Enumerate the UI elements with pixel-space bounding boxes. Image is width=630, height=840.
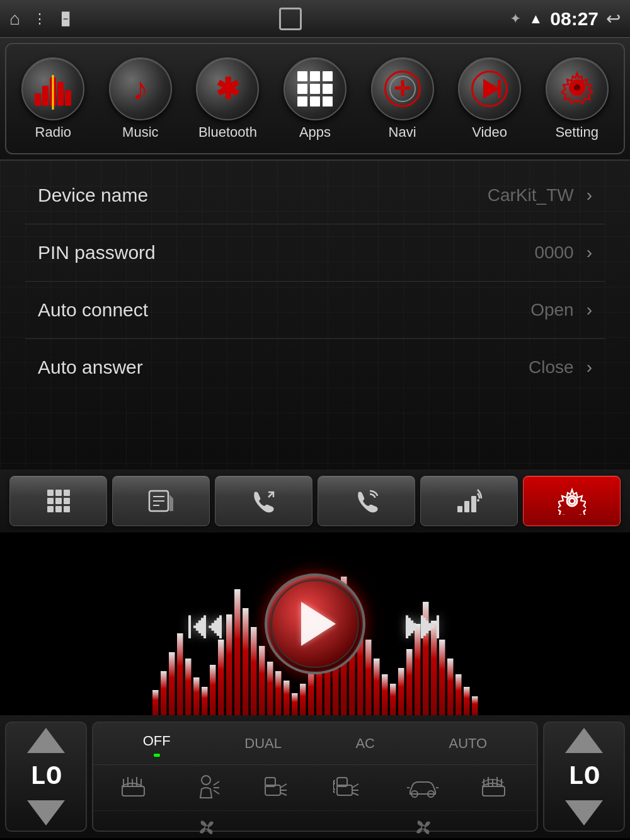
auto-connect-value: Open (530, 300, 574, 320)
auto-connect-label: Auto connect (38, 299, 148, 321)
bluetooth-status-icon: ✦ (510, 11, 521, 27)
nav-label-navi: Navi (389, 124, 416, 141)
svg-rect-10 (55, 506, 62, 512)
sidebar-item-navi[interactable]: ✛ Navi (371, 57, 434, 141)
nav-label-music: Music (122, 124, 158, 141)
svg-line-41 (352, 784, 358, 788)
auto-answer-arrow: › (587, 357, 592, 377)
climate-mode-row: OFF DUAL AC AUTO (93, 723, 537, 765)
pin-password-value: 0000 (534, 243, 573, 263)
contacts-button[interactable] (112, 476, 210, 526)
call-log-button[interactable] (215, 476, 312, 526)
device-name-label: Device name (38, 185, 148, 206)
off-mode-button[interactable]: OFF (138, 730, 176, 757)
climate-control: LO OFF DUAL AC AUTO (0, 715, 630, 838)
svg-point-23 (570, 499, 574, 503)
bluetooth-settings-panel: Device name CarKit_TW › PIN password 000… (0, 161, 630, 469)
climate-center-panel: OFF DUAL AC AUTO (92, 722, 538, 832)
device-name-arrow: › (587, 185, 592, 205)
auto-answer-row[interactable]: Auto answer Close › (25, 339, 605, 396)
music-player: ⏮ ⏭ (0, 532, 630, 715)
right-temp-control: LO (543, 722, 625, 832)
sidebar-item-apps[interactable]: Apps (284, 57, 346, 141)
settings-gear-icon (558, 68, 597, 110)
bluetooth-icon: ✱ (215, 72, 240, 106)
right-temp-down-button[interactable] (559, 800, 609, 826)
climate-icon-row (93, 765, 537, 810)
nav-label-radio: Radio (35, 124, 71, 141)
music-icon: ♪ (132, 71, 148, 107)
defrost-front-button[interactable] (120, 774, 149, 802)
signal-button[interactable] (420, 476, 518, 526)
svg-line-36 (280, 784, 287, 788)
ac-mode-button[interactable]: AC (350, 733, 380, 754)
action-button-row (0, 469, 630, 532)
bt-settings-button[interactable] (523, 476, 621, 526)
nav-label-setting: Setting (555, 124, 598, 141)
auto-answer-label: Auto answer (38, 357, 143, 378)
window-icon[interactable] (279, 8, 302, 30)
auto-connect-arrow: › (587, 300, 592, 320)
climate-fan-row (93, 810, 537, 840)
nav-bar: Radio ♪ Music ✱ Bluetooth Apps ✛ (0, 38, 630, 161)
back-button[interactable]: ↩ (606, 8, 621, 29)
svg-rect-11 (64, 506, 70, 512)
settings-list: Device name CarKit_TW › PIN password 000… (0, 161, 630, 402)
wifi-status-icon: ▲ (529, 11, 542, 27)
pin-password-label: PIN password (38, 242, 156, 263)
svg-rect-5 (64, 490, 70, 496)
sidebar-item-setting[interactable]: Setting (546, 57, 609, 141)
svg-line-31 (214, 781, 219, 785)
svg-rect-7 (55, 498, 62, 504)
device-name-value: CarKit_TW (488, 185, 574, 205)
video-icon (471, 71, 508, 107)
nav-label-video: Video (472, 124, 507, 141)
prev-button[interactable]: ⏮ (186, 601, 227, 648)
svg-rect-19 (471, 496, 476, 512)
svg-rect-3 (47, 490, 54, 496)
play-button[interactable] (265, 573, 365, 674)
next-button[interactable]: ⏭ (403, 601, 444, 648)
left-temp-control: LO (5, 722, 87, 832)
left-temp-display: LO (30, 762, 62, 792)
svg-rect-24 (122, 786, 144, 796)
auto-connect-row[interactable]: Auto connect Open › (25, 282, 605, 339)
seat-heat-right-button[interactable] (333, 774, 365, 802)
svg-rect-6 (47, 498, 54, 504)
time-display: 08:27 (550, 8, 598, 30)
seat-heat-left-button[interactable] (263, 774, 292, 802)
phone-button[interactable] (318, 476, 415, 526)
sidebar-item-music[interactable]: ♪ Music (109, 57, 172, 141)
right-temp-display: LO (568, 762, 600, 792)
dual-mode-button[interactable]: DUAL (239, 733, 287, 754)
fan-left-icon (195, 816, 218, 840)
navi-icon: ✛ (384, 71, 421, 107)
home-icon[interactable]: ⌂ (9, 9, 20, 29)
sidebar-item-radio[interactable]: Radio (21, 57, 84, 141)
status-bar: ⌂ ⋮ 🁢 ✦ ▲ 08:27 ↩ (0, 0, 630, 38)
svg-line-43 (352, 793, 358, 795)
svg-line-38 (280, 793, 287, 795)
left-temp-up-button[interactable] (21, 728, 71, 753)
menu-dots[interactable]: ⋮ (33, 11, 48, 27)
car-ac-button[interactable] (407, 774, 438, 802)
device-name-row[interactable]: Device name CarKit_TW › (25, 167, 605, 224)
svg-rect-8 (64, 498, 70, 504)
auto-mode-button[interactable]: AUTO (444, 733, 493, 754)
nav-label-apps: Apps (299, 124, 331, 141)
svg-point-2 (574, 84, 580, 91)
right-temp-up-button[interactable] (559, 728, 609, 753)
off-indicator-dot (154, 754, 160, 757)
keypad-button[interactable] (9, 476, 107, 526)
sidebar-item-video[interactable]: Video (458, 57, 521, 141)
sd-card-icon: 🁢 (60, 11, 71, 26)
left-temp-down-button[interactable] (21, 800, 71, 826)
body-airflow-button[interactable] (192, 774, 220, 802)
pin-arrow: › (587, 243, 592, 263)
pin-password-row[interactable]: PIN password 0000 › (25, 224, 605, 282)
svg-line-33 (214, 790, 219, 794)
defrost-rear-button[interactable] (481, 774, 510, 802)
sidebar-item-bluetooth[interactable]: ✱ Bluetooth (196, 57, 259, 141)
nav-label-bluetooth: Bluetooth (198, 124, 257, 141)
fan-right-icon (412, 816, 435, 840)
